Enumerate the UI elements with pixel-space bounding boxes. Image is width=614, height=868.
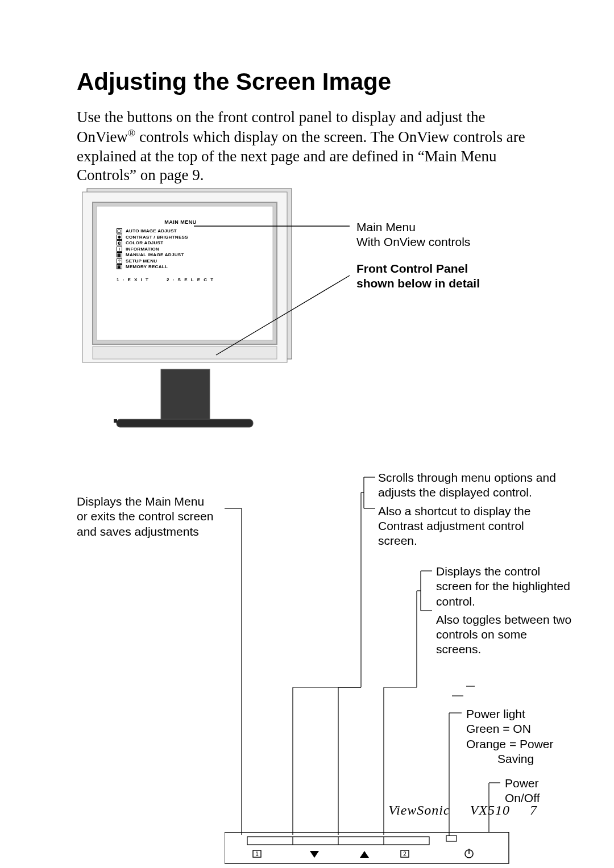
page-footer: ViewSonic VX510 7 [388,803,537,818]
document-page: Adjusting the Screen Image Use the butto… [0,0,614,868]
intro-paragraph: Use the buttons on the front control pan… [77,108,537,185]
svg-rect-50 [446,836,457,841]
callout-power-onoff: Power On/Off [505,776,596,806]
panel-button-2-label: 2 [403,851,406,857]
callout-button-1: Displays the Main Menu or exits the cont… [77,494,225,539]
callout-button-2: Displays the control screen for the high… [436,564,578,657]
footer-model: VX510 [470,803,510,817]
front-control-panel-detail: 1 2 [225,832,509,868]
callout-arrows: Scrolls through menu options and adjusts… [378,470,560,548]
diagram-area: MAIN MENU ▢AUTO IMAGE ADJUST ✺CONTRAST /… [77,187,537,733]
page-heading: Adjusting the Screen Image [77,68,391,95]
callout-power-light: Power light Green = ON Orange = Power Sa… [466,707,591,766]
panel-button-1-label: 1 [255,851,259,857]
footer-brand: ViewSonic [388,803,450,817]
footer-page-number: 7 [530,803,537,817]
